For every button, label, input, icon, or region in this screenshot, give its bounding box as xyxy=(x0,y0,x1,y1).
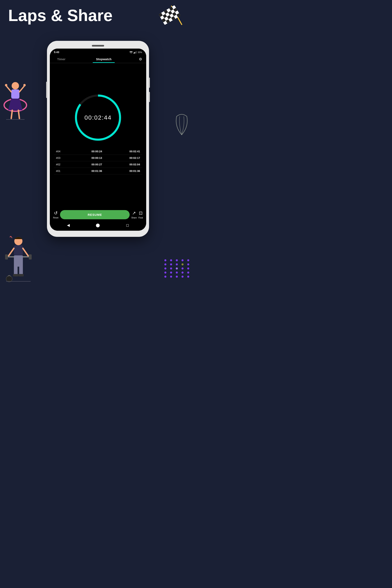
lap-row-3: #03 00:00:13 00:02:17 xyxy=(54,155,142,161)
weightlifter-decoration xyxy=(4,234,33,284)
stopwatch-circle: 00:02:44 xyxy=(74,93,122,142)
svg-point-40 xyxy=(131,53,131,53)
svg-rect-42 xyxy=(134,52,135,54)
dot xyxy=(187,276,189,278)
svg-line-22 xyxy=(18,110,20,118)
svg-line-18 xyxy=(20,86,24,92)
float-label: Float xyxy=(138,216,143,219)
svg-line-38 xyxy=(10,236,12,238)
timer-area: 00:02:44 #04 00:00:24 00:02:41 #03 00:00… xyxy=(50,64,146,208)
lap-total: 00:02:04 xyxy=(130,163,140,166)
status-bar: 5:43 33% xyxy=(50,48,146,54)
flag-decoration xyxy=(155,4,188,34)
dot xyxy=(176,276,178,278)
recents-button[interactable]: ◻ xyxy=(126,223,129,228)
power-button xyxy=(46,82,47,98)
tab-bar[interactable]: Timer Stopwatch ⚙ xyxy=(50,54,146,62)
settings-icon[interactable]: ⚙ xyxy=(139,57,142,62)
dot xyxy=(176,272,178,274)
svg-point-19 xyxy=(5,84,7,86)
dot xyxy=(164,272,166,274)
dot xyxy=(176,264,178,266)
lap-total: 00:02:41 xyxy=(130,150,140,153)
dot xyxy=(176,268,178,270)
svg-point-15 xyxy=(12,82,19,90)
dot xyxy=(182,268,184,270)
lap-row-2: #02 00:00:27 00:02:04 xyxy=(54,161,142,168)
dot xyxy=(170,276,172,278)
bottom-controls: ↺ Reset RESUME ↗ Share ⊡ Float xyxy=(50,208,146,221)
dot xyxy=(170,264,172,266)
lap-time: 00:01:36 xyxy=(92,170,102,172)
svg-rect-41 xyxy=(134,53,134,54)
dot xyxy=(170,272,172,274)
dot xyxy=(164,264,166,266)
svg-rect-31 xyxy=(14,256,23,267)
lap-time: 00:00:27 xyxy=(92,163,102,166)
dot xyxy=(187,259,189,261)
svg-rect-16 xyxy=(11,90,20,98)
phone-speaker xyxy=(92,45,104,46)
dot xyxy=(187,264,189,266)
dot xyxy=(170,259,172,261)
lap-table: #04 00:00:24 00:02:41 #03 00:00:13 00:02… xyxy=(50,148,146,174)
dot xyxy=(176,259,178,261)
svg-line-17 xyxy=(6,86,11,92)
page-title: Laps & Share xyxy=(8,6,112,25)
dot xyxy=(164,259,166,261)
phone-screen: 5:43 33% xyxy=(50,48,146,231)
lap-total: 00:02:17 xyxy=(130,156,140,160)
volume-down-button xyxy=(149,92,150,102)
svg-rect-43 xyxy=(135,52,136,54)
phone-body: 5:43 33% xyxy=(47,41,149,237)
volume-up-button xyxy=(149,78,150,88)
dot xyxy=(182,272,184,274)
lap-number: #03 xyxy=(56,156,64,160)
svg-line-27 xyxy=(23,248,28,256)
tab-timer[interactable]: Timer xyxy=(54,56,69,62)
lap-total: 00:01:36 xyxy=(130,170,140,172)
svg-point-36 xyxy=(6,276,12,282)
tab-stopwatch[interactable]: Stopwatch xyxy=(93,56,115,62)
svg-rect-32 xyxy=(14,266,18,275)
lap-row-1: #01 00:01:36 00:01:36 xyxy=(54,168,142,174)
dot xyxy=(164,268,166,270)
dot xyxy=(182,259,184,261)
svg-rect-44 xyxy=(136,51,136,54)
dot xyxy=(182,264,184,266)
dot xyxy=(187,268,189,270)
lap-time: 00:00:24 xyxy=(92,150,102,153)
svg-rect-30 xyxy=(29,254,32,260)
svg-point-20 xyxy=(23,84,26,86)
home-button[interactable]: ⬤ xyxy=(96,223,100,228)
status-time: 5:43 xyxy=(54,51,59,54)
lap-time: 00:00:13 xyxy=(92,156,102,160)
lap-number: #02 xyxy=(56,163,64,166)
reset-icon: ↺ xyxy=(54,210,58,216)
float-button[interactable]: ⊡ Float xyxy=(138,210,143,219)
hula-person-decoration xyxy=(2,74,28,123)
lap-row-4: #04 00:00:24 00:02:41 xyxy=(54,148,142,155)
back-button[interactable]: ◀ xyxy=(67,223,70,228)
resume-button[interactable]: RESUME xyxy=(60,210,130,219)
lap-number: #04 xyxy=(56,150,64,153)
lap-number: #01 xyxy=(56,170,64,172)
svg-rect-25 xyxy=(14,245,23,256)
reset-button[interactable]: ↺ Reset xyxy=(53,210,58,219)
share-icon: ↗ xyxy=(132,210,136,216)
dot-grid-decoration xyxy=(164,259,191,278)
stopwatch-display: 00:02:44 xyxy=(84,114,112,121)
svg-rect-35 xyxy=(18,274,24,276)
status-icons: 33% xyxy=(130,51,142,54)
dot xyxy=(170,268,172,270)
dot xyxy=(164,276,166,278)
share-button[interactable]: ↗ Share xyxy=(131,210,137,219)
float-icon: ⊡ xyxy=(139,210,142,216)
dot xyxy=(187,272,189,274)
svg-line-21 xyxy=(11,110,12,118)
svg-rect-34 xyxy=(13,274,18,276)
nav-bar: ◀ ⬤ ◻ xyxy=(50,221,146,231)
phone-top-area xyxy=(50,44,146,48)
dot xyxy=(182,276,184,278)
phone-mockup: 5:43 33% xyxy=(47,41,149,237)
